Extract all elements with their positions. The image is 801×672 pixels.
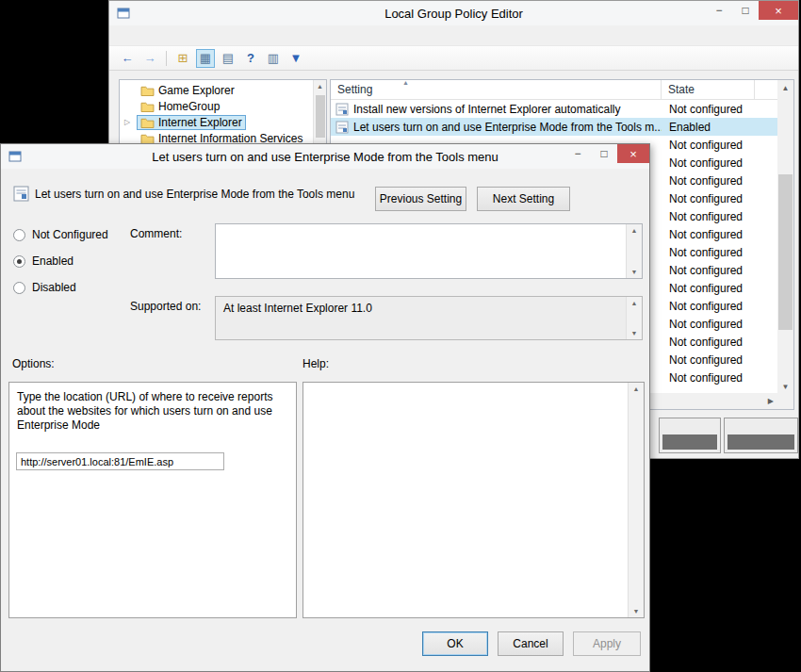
list-vertical-scrollbar[interactable]: ▲ ▼: [777, 80, 793, 395]
scrollbar-corner: [777, 393, 793, 409]
apply-button[interactable]: Apply: [573, 631, 641, 656]
list-header: ▲ Setting State: [331, 80, 777, 100]
folder-icon: [140, 101, 155, 112]
scroll-up-icon[interactable]: ▲: [631, 227, 638, 234]
extended-view-icon[interactable]: ▥: [264, 49, 283, 68]
dialog-close-button[interactable]: ×: [617, 144, 649, 163]
dialog-title: Let users turn on and use Enterprise Mod…: [1, 144, 649, 169]
dialog-titlebar[interactable]: Let users turn on and use Enterprise Mod…: [1, 144, 649, 169]
expander-icon[interactable]: ▷: [124, 118, 134, 126]
help-panel: ▲ ▼: [302, 382, 645, 618]
menu-item[interactable]: [156, 34, 173, 38]
next-setting-button[interactable]: Next Setting: [477, 187, 570, 211]
scroll-up-icon[interactable]: ▲: [782, 84, 790, 92]
filter-icon[interactable]: ▼: [286, 49, 305, 68]
back-icon[interactable]: ←: [118, 49, 137, 68]
folder-icon: [140, 117, 155, 128]
cancel-button[interactable]: Cancel: [498, 631, 564, 656]
policy-heading-icon: [13, 186, 29, 202]
tree-item[interactable]: HomeGroup: [120, 98, 313, 114]
tree-item[interactable]: Game Explorer: [120, 82, 313, 98]
supported-on-label: Supported on:: [130, 300, 201, 313]
menu-item[interactable]: [123, 34, 139, 38]
dialog-window-controls: − □ ×: [564, 144, 649, 163]
supported-on-value: At least Internet Explorer 11.0: [216, 297, 642, 320]
list-scrollbar-thumb[interactable]: [778, 174, 793, 330]
forward-icon[interactable]: →: [140, 49, 159, 68]
tree-item[interactable]: ▷ Internet Explorer: [120, 114, 313, 130]
folder-icon: [140, 85, 155, 96]
policy-setting-icon: [335, 121, 349, 134]
scroll-down-icon[interactable]: ▼: [631, 269, 638, 275]
tree-scrollbar-thumb[interactable]: [316, 95, 325, 138]
options-description: Type the location (URL) of where to rece…: [9, 383, 296, 433]
dialog-maximize-button[interactable]: □: [591, 144, 617, 163]
policy-dialog: Let users turn on and use Enterprise Mod…: [0, 143, 650, 672]
options-panel: Type the location (URL) of where to rece…: [8, 382, 297, 618]
gpe-minimize-button[interactable]: −: [706, 1, 732, 20]
folder-icon: [140, 133, 155, 144]
supported-on-box: At least Internet Explorer 11.0 ▲ ▼: [215, 296, 643, 340]
status-pane-cell: [724, 418, 798, 453]
radio-icon: [13, 255, 25, 268]
menu-item[interactable]: [139, 34, 156, 38]
settings-row[interactable]: Let users turn on and use Enterprise Mod…: [331, 118, 777, 136]
show-console-tree-icon[interactable]: ▦: [196, 49, 215, 68]
gpe-maximize-button[interactable]: □: [732, 1, 759, 20]
status-pane-cell: [659, 418, 721, 453]
state-radio-group: Not Configured Enabled Disabled: [13, 227, 108, 306]
options-label: Options:: [12, 357, 55, 370]
sort-asc-icon: ▲: [402, 79, 409, 86]
toolbar-separator: [166, 51, 167, 66]
column-header-blank: [755, 80, 777, 99]
scroll-down-icon[interactable]: ▼: [633, 608, 640, 615]
comment-label: Comment:: [130, 227, 182, 240]
report-url-input[interactable]: [16, 452, 224, 470]
desktop: Local Group Policy Editor − □ × ← → ⊞ ▦ …: [0, 0, 801, 672]
radio-icon: [13, 282, 25, 294]
help-icon[interactable]: ?: [241, 49, 260, 68]
radio-icon: [13, 229, 25, 241]
state-radio[interactable]: Not Configured: [13, 227, 108, 242]
state-radio[interactable]: Disabled: [13, 280, 108, 295]
gpe-title: Local Group Policy Editor: [109, 1, 798, 25]
state-radio[interactable]: Enabled: [13, 254, 108, 269]
up-level-icon[interactable]: ⊞: [173, 49, 192, 68]
gpe-toolbar: ← → ⊞ ▦ ▤ ? ▥ ▼: [109, 45, 798, 71]
comment-scrollbar[interactable]: ▲ ▼: [626, 224, 642, 278]
help-text: [303, 383, 628, 617]
policy-heading: Let users turn on and use Enterprise Mod…: [35, 186, 354, 203]
ok-button[interactable]: OK: [422, 631, 488, 656]
scroll-up-icon[interactable]: ▲: [631, 300, 638, 306]
column-header-setting[interactable]: ▲ Setting: [331, 80, 662, 99]
export-list-icon[interactable]: ▤: [219, 49, 237, 68]
help-label: Help:: [302, 357, 329, 370]
scroll-down-icon[interactable]: ▼: [782, 383, 790, 391]
gpe-menubar: [109, 25, 798, 45]
scroll-right-icon[interactable]: ▶: [768, 397, 774, 405]
previous-setting-button[interactable]: Previous Setting: [375, 187, 466, 211]
column-header-state[interactable]: State: [662, 80, 755, 99]
dialog-minimize-button[interactable]: −: [564, 144, 591, 163]
comment-textarea[interactable]: ▲ ▼: [215, 223, 643, 279]
scroll-down-icon[interactable]: ▼: [631, 330, 638, 336]
gpe-titlebar[interactable]: Local Group Policy Editor − □ ×: [109, 1, 798, 25]
scroll-up-icon[interactable]: ▲: [633, 385, 640, 392]
menu-item[interactable]: [173, 34, 190, 38]
gpe-window-controls: − □ ×: [706, 1, 798, 20]
gpe-close-button[interactable]: ×: [759, 1, 798, 20]
settings-row[interactable]: Install new versions of Internet Explore…: [331, 100, 777, 118]
policy-setting-icon: [335, 103, 349, 116]
supported-scrollbar[interactable]: ▲ ▼: [626, 297, 642, 339]
scroll-up-icon[interactable]: ▲: [317, 83, 323, 90]
help-scrollbar[interactable]: ▲ ▼: [628, 383, 644, 617]
